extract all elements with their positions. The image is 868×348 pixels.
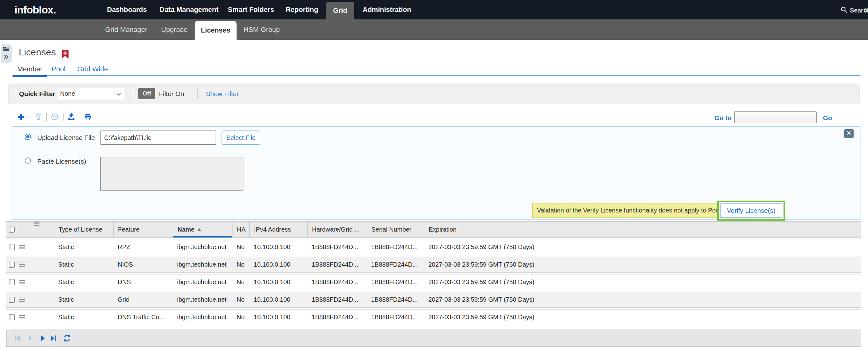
folder-open-icon bbox=[3, 46, 10, 53]
paste-license-radio[interactable] bbox=[25, 157, 31, 164]
account-menu[interactable]: ad bbox=[864, 6, 868, 13]
cell-feature: DNS Traffic Co... bbox=[113, 314, 173, 321]
subnav-upgrade[interactable]: Upgrade bbox=[161, 20, 187, 40]
row-checkbox[interactable] bbox=[9, 314, 15, 320]
toolbar-divider bbox=[46, 113, 46, 121]
col-feature[interactable]: Feature bbox=[113, 222, 173, 237]
cell-expiration: 2027-03-03 23:59:59 GMT (750 Days) bbox=[424, 261, 861, 268]
row-menu-icon[interactable] bbox=[17, 262, 54, 267]
refresh-icon[interactable] bbox=[63, 334, 70, 341]
tab-grid-wide[interactable]: Grid Wide bbox=[77, 65, 108, 73]
cell-ha: No bbox=[232, 244, 249, 251]
tabs-divider-line bbox=[47, 75, 861, 76]
infoblox-logo: infoblox. bbox=[14, 0, 56, 20]
tab-member[interactable]: Member bbox=[17, 65, 42, 73]
pagination-bar bbox=[6, 329, 861, 347]
row-checkbox[interactable] bbox=[9, 279, 15, 285]
filter-divider bbox=[133, 88, 133, 100]
add-button[interactable] bbox=[17, 113, 25, 122]
quick-filter-select[interactable]: None bbox=[57, 88, 124, 99]
licenses-table: Type of License Feature Name HA IPv4 Add… bbox=[6, 221, 861, 325]
filter-on-label: Filter On bbox=[159, 90, 184, 98]
col-serial-number[interactable]: Serial Number bbox=[367, 222, 424, 237]
select-all-checkbox[interactable] bbox=[9, 227, 15, 232]
last-page-icon[interactable] bbox=[50, 335, 57, 342]
show-filter-link[interactable]: Show Filter bbox=[206, 90, 239, 98]
col-type-of-license[interactable]: Type of License bbox=[54, 222, 113, 237]
cell-name: ibgm.techblue.net bbox=[173, 314, 232, 321]
go-button[interactable]: Go bbox=[823, 114, 832, 122]
col-ipv4-address[interactable]: IPv4 Address bbox=[249, 222, 307, 237]
prev-page-icon[interactable] bbox=[26, 335, 34, 342]
nav-administration[interactable]: Administration bbox=[363, 0, 411, 20]
row-menu-icon[interactable] bbox=[17, 280, 54, 284]
row-checkbox[interactable] bbox=[9, 297, 15, 303]
next-page-icon[interactable] bbox=[39, 335, 46, 342]
cell-ipv4: 10.100.0.100 bbox=[249, 314, 307, 321]
goto-input[interactable] bbox=[734, 112, 817, 123]
row-checkbox[interactable] bbox=[9, 262, 15, 267]
col-name-sorted[interactable]: Name bbox=[173, 222, 232, 237]
row-menu-icon[interactable] bbox=[17, 245, 54, 249]
row-checkbox[interactable] bbox=[9, 244, 15, 250]
col-hardware-grid[interactable]: Hardware/Grid ... bbox=[307, 222, 367, 237]
cell-hardware: 1B888FD244D... bbox=[307, 244, 367, 251]
disable-button[interactable] bbox=[51, 113, 59, 122]
select-file-button[interactable]: Select File bbox=[221, 130, 260, 145]
tab-pool[interactable]: Pool bbox=[52, 65, 65, 73]
chevron-down-icon bbox=[116, 90, 121, 97]
nav-grid-active[interactable]: Grid bbox=[326, 2, 354, 20]
paste-license-textarea[interactable] bbox=[100, 157, 243, 191]
row-menu-icon[interactable] bbox=[17, 315, 54, 319]
col-expiration[interactable]: Expiration bbox=[424, 222, 861, 237]
finder-collapse-panel[interactable] bbox=[1, 44, 12, 63]
table-row[interactable]: Static Grid ibgm.techblue.net No 10.100.… bbox=[6, 292, 861, 308]
subnav-hsm-group[interactable]: HSM Group bbox=[243, 20, 280, 40]
cell-serial: 1B888FD244D... bbox=[367, 261, 424, 268]
toolbar-divider bbox=[63, 113, 64, 121]
bookmark-add-icon[interactable] bbox=[62, 50, 68, 60]
first-page-icon[interactable] bbox=[14, 335, 21, 342]
cell-hardware: 1B888FD244D... bbox=[307, 296, 367, 303]
header-menu-cell bbox=[17, 222, 54, 237]
cell-type: Static bbox=[54, 244, 113, 251]
page-title: Licenses bbox=[19, 47, 56, 58]
verify-licenses-button[interactable]: Verify License(s) bbox=[720, 203, 782, 218]
print-button[interactable] bbox=[84, 113, 92, 122]
nav-dashboards[interactable]: Dashboards bbox=[107, 0, 147, 20]
table-header-row: Type of License Feature Name HA IPv4 Add… bbox=[6, 221, 861, 238]
table-row[interactable]: Static DNS ibgm.techblue.net No 10.100.0… bbox=[6, 274, 861, 290]
nav-smart-folders[interactable]: Smart Folders bbox=[228, 0, 274, 20]
cell-hardware: 1B888FD244D... bbox=[307, 279, 367, 286]
close-panel-button[interactable] bbox=[844, 129, 854, 138]
upload-file-label: Upload License File bbox=[37, 134, 95, 141]
col-ha[interactable]: HA bbox=[232, 222, 249, 237]
nav-reporting[interactable]: Reporting bbox=[286, 0, 318, 20]
table-row[interactable]: Static NIOS ibgm.techblue.net No 10.100.… bbox=[6, 257, 861, 273]
quick-filter-value: None bbox=[60, 90, 75, 97]
cell-expiration: 2027-03-03 23:59:59 GMT (750 Days) bbox=[424, 314, 861, 321]
nav-data-management[interactable]: Data Management bbox=[160, 0, 218, 20]
cell-ipv4: 10.100.0.100 bbox=[249, 244, 307, 251]
table-row[interactable]: Static DNS Traffic Co... ibgm.techblue.n… bbox=[6, 309, 861, 325]
cell-expiration: 2027-03-03 23:59:59 GMT (750 Days) bbox=[424, 296, 861, 303]
filter-toggle-button[interactable]: Off bbox=[138, 88, 155, 99]
upload-button[interactable] bbox=[67, 113, 75, 122]
close-icon bbox=[847, 131, 851, 136]
cell-hardware: 1B888FD244D... bbox=[307, 261, 367, 268]
delete-button[interactable] bbox=[34, 113, 42, 122]
verify-highlight-box: Verify License(s) bbox=[717, 200, 785, 221]
filter-divider-2 bbox=[197, 89, 198, 99]
top-nav-bar: infoblox. Dashboards Data Management Sma… bbox=[0, 0, 868, 20]
upload-file-radio[interactable] bbox=[25, 134, 31, 140]
search-icon bbox=[840, 6, 847, 14]
subnav-grid-manager[interactable]: Grid Manager bbox=[105, 20, 147, 40]
subnav-licenses-active[interactable]: Licenses bbox=[195, 21, 237, 40]
cell-serial: 1B888FD244D... bbox=[367, 314, 424, 321]
row-menu-icon[interactable] bbox=[17, 297, 54, 302]
table-row[interactable]: Static RPZ ibgm.techblue.net No 10.100.0… bbox=[6, 239, 861, 255]
license-file-input[interactable] bbox=[100, 130, 216, 145]
cell-ipv4: 10.100.0.100 bbox=[249, 261, 307, 268]
table-bottom-border bbox=[6, 327, 861, 327]
cell-ipv4: 10.100.0.100 bbox=[249, 279, 307, 286]
